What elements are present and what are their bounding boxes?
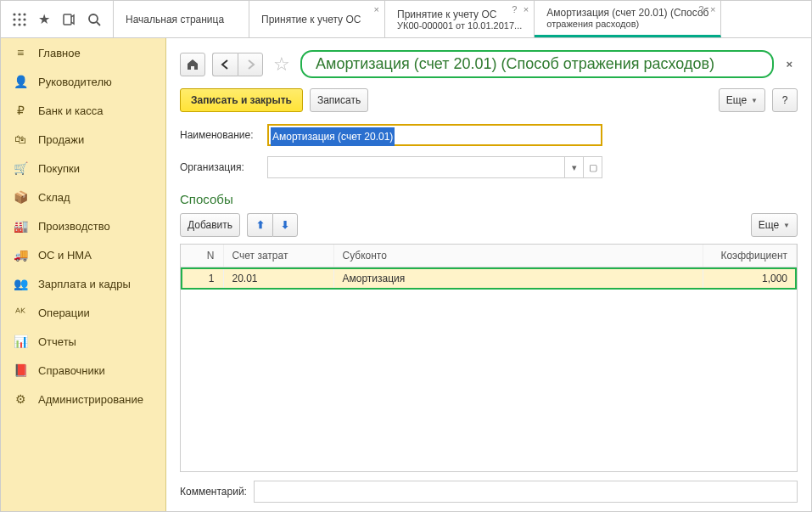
more-button[interactable]: Еще▼	[719, 88, 765, 112]
svg-point-7	[18, 23, 20, 25]
close-icon[interactable]: ×	[374, 4, 379, 14]
sidebar-item-bank[interactable]: ₽Банк и касса	[1, 96, 165, 125]
tab-label: Начальная страница	[126, 14, 237, 25]
sidebar-item-manager[interactable]: 👤Руководителю	[1, 67, 165, 96]
table-row[interactable]: 1 20.01 Амортизация 1,000	[181, 267, 797, 290]
people-icon: 👥	[13, 277, 28, 290]
sidebar-item-label: Операции	[38, 307, 90, 319]
tab-sublabel: отражения расходов)	[546, 19, 708, 29]
sidebar-item-label: Производство	[38, 220, 110, 233]
close-icon[interactable]: ×	[710, 4, 715, 14]
sidebar-item-directories[interactable]: 📕Справочники	[1, 356, 165, 385]
tab-accept-os-1[interactable]: × Принятие к учету ОС	[249, 1, 385, 37]
forward-button[interactable]	[238, 53, 263, 76]
svg-point-10	[89, 14, 98, 23]
th-subconto[interactable]: Субконто	[333, 245, 703, 267]
menu-icon: ≡	[13, 46, 28, 59]
svg-point-5	[23, 18, 25, 20]
topbar-icon-group: ★	[1, 1, 114, 37]
page-title: Амортизация (счет 20.01) (Способ отражен…	[300, 50, 774, 78]
star-icon[interactable]: ★	[38, 11, 50, 27]
sidebar-item-warehouse[interactable]: 📦Склад	[1, 183, 165, 211]
open-icon[interactable]: ▢	[583, 157, 602, 177]
sidebar-item-os-nma[interactable]: 🚚ОС и НМА	[1, 240, 165, 269]
comment-input[interactable]	[255, 481, 797, 502]
move-up-button[interactable]: ⬆	[247, 213, 272, 237]
nav-buttons	[212, 53, 263, 76]
help-icon[interactable]: ?	[512, 4, 517, 14]
move-buttons: ⬆ ⬇	[247, 213, 298, 237]
sidebar-item-label: Зарплата и кадры	[38, 278, 131, 290]
dropdown-icon[interactable]: ▾	[564, 157, 583, 177]
sidebar-item-payroll[interactable]: 👥Зарплата и кадры	[1, 269, 165, 298]
table-wrap: N Счет затрат Субконто Коэффициент 1 20.…	[180, 244, 798, 472]
sidebar-item-reports[interactable]: 📊Отчеты	[1, 327, 165, 356]
costs-table: N Счет затрат Субконто Коэффициент 1 20.…	[181, 245, 797, 290]
tab-amortization[interactable]: ? × Амортизация (счет 20.01) (Способ отр…	[535, 1, 721, 37]
favorite-icon[interactable]: ☆	[273, 53, 290, 76]
tab-home[interactable]: Начальная страница	[114, 1, 249, 37]
tab-accept-os-2[interactable]: ? × Принятие к учету ОС УК00-000001 от 1…	[385, 1, 535, 37]
svg-rect-9	[64, 14, 71, 25]
table-empty-area[interactable]	[181, 290, 797, 471]
move-down-button[interactable]: ⬇	[272, 213, 298, 237]
save-button[interactable]: Записать	[310, 88, 368, 112]
main-toolbar: Записать и закрыть Записать Еще▼ ?	[180, 88, 798, 112]
th-n[interactable]: N	[181, 245, 223, 267]
th-coef[interactable]: Коэффициент	[703, 245, 797, 267]
help-icon[interactable]: ?	[698, 4, 703, 14]
sidebar-item-label: Справочники	[38, 364, 105, 377]
org-row: Организация: ▾ ▢	[180, 156, 798, 178]
sidebar-item-operations[interactable]: ᴬᴷОперации	[1, 298, 165, 327]
sidebar-item-label: Банк и касса	[38, 104, 104, 117]
home-button[interactable]	[180, 53, 205, 76]
cell-n: 1	[181, 267, 223, 290]
tabs: Начальная страница × Принятие к учету ОС…	[114, 1, 811, 37]
sidebar-item-label: Руководителю	[38, 76, 112, 88]
name-row: Наименование: Амортизация (счет 20.01)	[180, 124, 798, 146]
cell-account: 20.01	[223, 267, 333, 290]
truck-icon: 🚚	[13, 248, 28, 262]
svg-point-6	[13, 23, 15, 25]
close-page-button[interactable]: ×	[781, 58, 798, 70]
search-icon[interactable]	[87, 13, 101, 26]
comment-input-wrap	[254, 481, 798, 503]
add-button[interactable]: Добавить	[180, 213, 240, 237]
top-bar: ★ Начальная страница × Принятие к учету …	[1, 1, 811, 38]
sidebar-item-sales[interactable]: 🛍Продажи	[1, 125, 165, 154]
sidebar-item-purchases[interactable]: 🛒Покупки	[1, 154, 165, 183]
save-close-button[interactable]: Записать и закрыть	[180, 88, 303, 112]
th-account[interactable]: Счет затрат	[223, 245, 333, 267]
cell-coef: 1,000	[703, 267, 797, 290]
sidebar-item-label: Администрирование	[38, 393, 143, 406]
sidebar-item-admin[interactable]: ⚙Администрирование	[1, 385, 165, 414]
bag-icon: 🛍	[13, 132, 28, 146]
main-content: ☆ Амортизация (счет 20.01) (Способ отраж…	[166, 38, 811, 511]
history-icon[interactable]	[62, 13, 76, 26]
help-button[interactable]: ?	[772, 88, 798, 112]
title-row: ☆ Амортизация (счет 20.01) (Способ отраж…	[180, 50, 798, 78]
book-icon: 📕	[13, 363, 28, 377]
sidebar-item-main[interactable]: ≡Главное	[1, 38, 165, 67]
sidebar-item-label: Отчеты	[38, 335, 76, 348]
name-input[interactable]: Амортизация (счет 20.01)	[267, 124, 602, 146]
org-input[interactable]: ▾ ▢	[267, 156, 602, 178]
close-icon[interactable]: ×	[524, 4, 529, 14]
sidebar-item-production[interactable]: 🏭Производство	[1, 211, 165, 240]
table-more-button[interactable]: Еще▼	[751, 213, 798, 237]
apps-icon[interactable]	[13, 13, 26, 26]
comment-row: Комментарий:	[180, 481, 798, 503]
sidebar-item-label: Склад	[38, 191, 70, 204]
tab-sublabel: УК00-000001 от 10.01.2017...	[397, 20, 522, 31]
table-toolbar: Добавить ⬆ ⬇ Еще▼	[180, 213, 798, 237]
tab-label: Принятие к учету ОС	[261, 14, 372, 25]
org-field[interactable]	[268, 157, 564, 177]
chart-icon: 📊	[13, 335, 28, 348]
table-header-row: N Счет затрат Субконто Коэффициент	[181, 245, 797, 267]
box-icon: 📦	[13, 190, 28, 204]
person-icon: 👤	[13, 75, 28, 88]
cart-icon: 🛒	[13, 161, 28, 175]
back-button[interactable]	[212, 53, 238, 76]
svg-point-2	[23, 13, 25, 15]
sidebar: ≡Главное 👤Руководителю ₽Банк и касса 🛍Пр…	[1, 38, 166, 511]
